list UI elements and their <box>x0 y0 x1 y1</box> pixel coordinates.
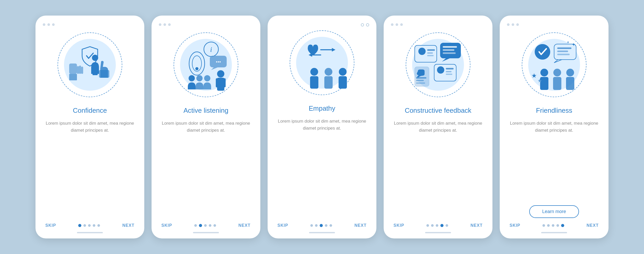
bottom-nav-2: SKIP NEXT <box>159 223 253 228</box>
svg-rect-53 <box>557 51 568 52</box>
svg-rect-35 <box>427 55 434 56</box>
svg-rect-2 <box>69 64 77 74</box>
top-dot <box>516 23 519 26</box>
svg-rect-39 <box>443 52 456 54</box>
empathy-body: Lorem ipsum dolor sit dim amet, mea regi… <box>275 118 369 218</box>
friendliness-title: Friendliness <box>536 106 572 115</box>
screen-friendliness: ✦ ✦ ★ ★ Friendliness Lorem ipsum dolor s… <box>500 16 609 238</box>
next-label-3[interactable]: NEXT <box>354 223 367 228</box>
svg-rect-5 <box>81 67 83 74</box>
bottom-nav-3: SKIP NEXT <box>275 223 369 228</box>
svg-point-18 <box>204 75 210 81</box>
svg-rect-47 <box>416 77 426 79</box>
svg-rect-48 <box>416 80 424 81</box>
svg-rect-38 <box>443 49 454 51</box>
nav-dot <box>330 224 332 227</box>
bottom-bar-2 <box>193 232 219 233</box>
nav-dot <box>325 224 327 227</box>
top-dot <box>400 23 403 26</box>
nav-dot <box>426 224 429 227</box>
constructive-feedback-icon <box>412 39 464 91</box>
nav-dot <box>446 224 448 227</box>
svg-rect-7 <box>99 70 109 78</box>
svg-rect-54 <box>557 54 570 55</box>
top-icons-3 <box>275 23 369 26</box>
svg-point-50 <box>535 44 550 60</box>
top-dot <box>168 23 171 26</box>
svg-text:●●●: ●●● <box>216 60 221 63</box>
svg-point-42 <box>437 66 444 74</box>
svg-point-16 <box>189 75 195 81</box>
svg-rect-52 <box>557 47 571 49</box>
top-bar-5 <box>507 23 519 26</box>
top-dot <box>159 23 161 26</box>
svg-text:✦: ✦ <box>567 40 570 44</box>
svg-rect-28 <box>324 76 333 89</box>
top-bar-4 <box>391 23 403 26</box>
top-dot <box>512 23 514 26</box>
dots-row-4 <box>426 224 448 227</box>
svg-point-60 <box>553 69 561 76</box>
top-dot <box>52 23 55 26</box>
nav-dot <box>315 224 318 227</box>
constructive-feedback-body: Lorem ipsum dolor sit dim amet, mea regi… <box>391 120 485 218</box>
top-dot <box>391 23 393 26</box>
next-label-1[interactable]: NEXT <box>122 223 134 228</box>
svg-point-27 <box>325 68 332 76</box>
illustration-active-listening: i ●●● <box>172 31 240 98</box>
learn-more-button[interactable]: Learn more <box>529 205 579 218</box>
svg-point-15 <box>195 67 198 70</box>
svg-marker-12 <box>211 67 218 70</box>
screen-confidence: Confidence Lorem ipsum dolor sit dim ame… <box>35 16 144 238</box>
skip-label-5[interactable]: SKIP <box>510 223 520 228</box>
top-dot <box>163 23 166 26</box>
top-dot <box>396 23 398 26</box>
svg-rect-26 <box>310 76 318 89</box>
top-bar-2 <box>159 23 171 26</box>
nav-dot <box>552 224 554 227</box>
bottom-bar-5 <box>541 232 567 233</box>
skip-label-2[interactable]: SKIP <box>161 223 172 228</box>
svg-point-25 <box>310 68 318 76</box>
svg-text:★: ★ <box>538 78 542 83</box>
next-label-5[interactable]: NEXT <box>586 223 599 228</box>
nav-dot <box>97 224 100 227</box>
svg-point-58 <box>540 69 548 76</box>
top-dot <box>43 23 45 26</box>
illustration-constructive-feedback <box>404 31 472 98</box>
svg-text:✦: ✦ <box>572 42 576 47</box>
top-icon-dot <box>361 23 364 26</box>
nav-dot <box>78 224 81 227</box>
top-dot <box>507 23 510 26</box>
skip-label-3[interactable]: SKIP <box>277 223 288 228</box>
svg-marker-40 <box>442 58 450 62</box>
screen-empathy: Empathy Lorem ipsum dolor sit dim amet, … <box>268 16 376 238</box>
next-label-2[interactable]: NEXT <box>238 223 251 228</box>
dots-row-2 <box>194 224 216 227</box>
svg-rect-4 <box>79 66 81 74</box>
svg-marker-23 <box>332 48 335 52</box>
nav-dot <box>310 224 313 227</box>
svg-rect-63 <box>566 77 574 90</box>
next-label-4[interactable]: NEXT <box>470 223 483 228</box>
bottom-bar-4 <box>425 232 451 233</box>
nav-dot <box>320 224 323 227</box>
nav-dot <box>209 224 211 227</box>
top-dot <box>47 23 50 26</box>
svg-point-19 <box>217 70 224 77</box>
svg-rect-34 <box>427 52 433 54</box>
nav-dot <box>547 224 550 227</box>
skip-label-1[interactable]: SKIP <box>45 223 56 228</box>
nav-dot <box>561 224 564 227</box>
svg-text:★: ★ <box>531 72 537 79</box>
nav-dot <box>436 224 438 227</box>
nav-dot <box>93 224 95 227</box>
friendliness-body: Lorem ipsum dolor sit dim amet, mea regi… <box>507 120 601 201</box>
skip-label-4[interactable]: SKIP <box>393 223 404 228</box>
svg-rect-49 <box>416 82 425 84</box>
empathy-title: Empathy <box>309 104 335 113</box>
svg-rect-20 <box>217 78 224 91</box>
svg-rect-3 <box>77 66 79 74</box>
dots-row-5 <box>542 224 564 227</box>
svg-rect-21 <box>216 78 218 87</box>
